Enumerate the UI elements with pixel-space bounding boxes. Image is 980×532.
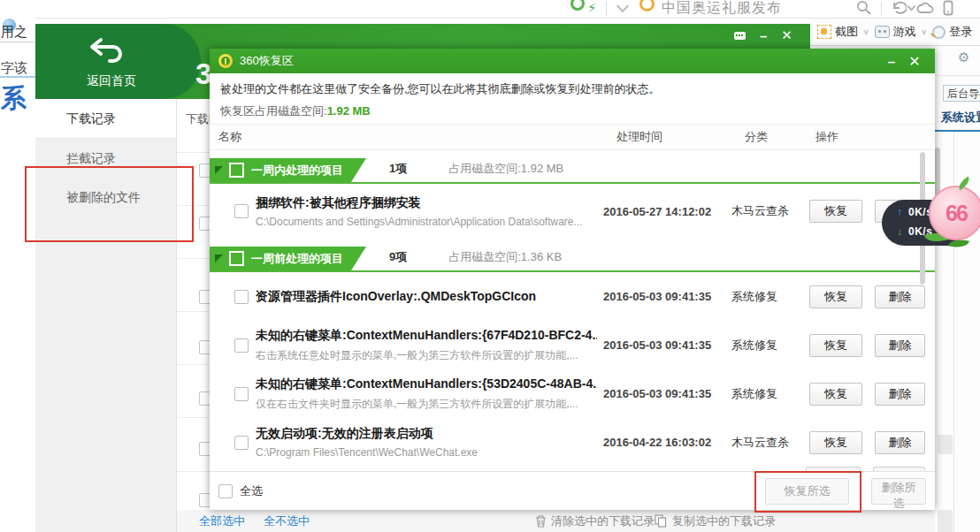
row-checkbox[interactable] — [199, 290, 210, 304]
group-ribbon[interactable]: 一周内处理的项目 — [210, 158, 366, 182]
text-fragment: 系 — [1, 81, 27, 117]
row-checkbox[interactable] — [234, 290, 249, 304]
disk-usage-value: 1.92 MB — [327, 104, 371, 118]
column-time: 处理时间 — [616, 129, 745, 145]
select-all-link[interactable]: 全部选中 — [199, 513, 245, 529]
item-category: 系统修复 — [725, 386, 809, 402]
item-title: 未知的右键菜单:ContextMenuHandlers:{67F4D210-BF… — [256, 328, 597, 344]
background-footer: 全部选中 全不选中 清除选中的下载记录 复制选中的下载记录 — [177, 510, 935, 532]
row-checkbox[interactable] — [199, 493, 210, 507]
undo-icon[interactable] — [891, 0, 907, 15]
item-title: 捆绑软件:被其他程序捆绑安装 — [256, 195, 597, 211]
recovery-item-row: 无效启动项:无效的注册表启动项 C:\Program Files\Tencent… — [210, 418, 935, 467]
system-settings-link[interactable]: 系统设置 — [941, 110, 980, 125]
refresh-icon[interactable] — [570, 0, 585, 11]
upload-arrow-icon: ↑ — [897, 206, 902, 218]
row-checkbox[interactable] — [234, 338, 249, 353]
group-checkbox[interactable] — [229, 251, 244, 266]
restore-button[interactable]: 恢复 — [809, 334, 862, 357]
column-name: 名称 — [210, 129, 616, 145]
back-arrow-icon — [87, 33, 126, 68]
expand-triangle-icon[interactable] — [215, 166, 223, 174]
delete-button[interactable]: 删除 — [875, 334, 925, 357]
login-button[interactable]: 登录 — [949, 24, 972, 40]
divider — [935, 130, 980, 132]
group-checkbox[interactable] — [229, 163, 244, 178]
feedback-icon[interactable] — [734, 32, 746, 40]
dialog-close-button[interactable]: ✕ — [903, 53, 926, 70]
row-checkbox[interactable] — [234, 204, 249, 218]
undo-dropdown-icon[interactable] — [907, 3, 916, 11]
screenshot-icon — [817, 25, 831, 39]
background-export-button[interactable]: 后台导出 — [943, 85, 980, 102]
item-time: 2016-05-03 09:41:35 — [597, 338, 725, 352]
close-button[interactable]: ✕ — [781, 27, 792, 43]
sidebar-item-download-records[interactable]: 下载记录 — [35, 99, 176, 139]
delete-button[interactable]: 删除 — [875, 383, 925, 406]
select-all-label[interactable]: 全选 — [240, 483, 765, 499]
item-path: C:\Program Files\Tencent\WeChat\WeChat.e… — [256, 446, 597, 459]
disk-usage-line: 恢复区占用磁盘空间:1.92 MB — [220, 103, 924, 119]
row-checkbox[interactable] — [199, 217, 210, 231]
row-checkbox[interactable] — [199, 442, 210, 456]
row-checkbox[interactable] — [199, 163, 210, 178]
lightning-icon[interactable]: ⚡ — [587, 0, 597, 16]
row-checkbox[interactable] — [234, 436, 249, 450]
item-time: 2016-05-27 14:12:02 — [597, 205, 725, 218]
dialog-minimize-button[interactable]: – — [880, 54, 903, 69]
disk-usage-label: 恢复区占用磁盘空间: — [220, 104, 327, 118]
games-button[interactable]: 游戏 — [893, 24, 916, 40]
search-icon[interactable] — [856, 0, 871, 15]
recovery-dialog: 360恢复区 – ✕ 被处理的文件都在这里做了安全备份,您可以在此将其彻底删除或… — [210, 49, 935, 510]
group-header-week-inside: 一周内处理的项目 1项 占用磁盘空间:1.92 MB — [210, 150, 935, 184]
row-checkbox[interactable] — [234, 387, 249, 401]
item-category: 木马云查杀 — [725, 203, 809, 219]
delete-button[interactable]: 删除 — [875, 431, 925, 454]
address-bar-text[interactable]: 中国奥运礼服发布 — [662, 0, 782, 18]
group-count: 1项 — [389, 161, 407, 177]
chevron-down-icon[interactable] — [616, 0, 629, 12]
item-time: 2016-05-03 09:41:35 — [597, 290, 725, 303]
restore-button[interactable]: 恢复 — [809, 383, 862, 406]
group-size: 占用磁盘空间:1.92 MB — [448, 161, 563, 177]
text-fragment: 用之 — [1, 24, 27, 41]
sidebar-item-block-records[interactable]: 拦截记录 — [35, 139, 176, 178]
back-home-button[interactable]: 返回首页 — [35, 24, 201, 99]
chevron-down-icon[interactable]: ∨ — [863, 27, 869, 36]
column-header-fragment: 下载时间 — [186, 111, 210, 127]
clear-selected-downloads[interactable]: 清除选中的下载记录 — [551, 513, 655, 529]
item-path: C:\Documents and Settings\Administrator\… — [256, 216, 597, 228]
mobile-icon[interactable] — [943, 0, 953, 16]
item-time: 2016-04-22 16:03:02 — [597, 436, 725, 449]
chevron-down-icon[interactable]: ∨ — [922, 27, 928, 36]
restore-selected-button[interactable]: 恢复所选 — [765, 478, 849, 505]
delete-button[interactable]: 删除 — [875, 285, 925, 308]
cloud-icon[interactable] — [916, 1, 936, 15]
item-category: 木马云查杀 — [725, 435, 809, 451]
group-label: 一周内处理的项目 — [251, 163, 343, 179]
copy-selected-downloads[interactable]: 复制选中的下载记录 — [672, 513, 776, 529]
row-checkbox[interactable] — [199, 340, 210, 354]
gear-icon[interactable]: ⚙ — [958, 49, 969, 65]
row-checkbox[interactable] — [199, 391, 210, 406]
restore-button[interactable]: 恢复 — [809, 200, 862, 223]
background-list-column: 下载时间 — [177, 99, 210, 510]
column-operation: 操作 — [815, 129, 935, 145]
description-text: 被处理的文件都在这里做了安全备份,您可以在此将其彻底删除或恢复到处理前的状态。 — [220, 81, 924, 97]
select-none-link[interactable]: 全不选中 — [264, 513, 310, 529]
delete-selected-button[interactable]: 删除所选 — [871, 478, 926, 505]
sidebar-item-deleted-files[interactable]: 被删除的文件 — [35, 178, 176, 217]
copy-icon[interactable] — [655, 514, 667, 528]
group-ribbon[interactable]: 一周前处理的项目 — [210, 247, 366, 270]
column-category: 分类 — [745, 129, 815, 145]
trash-icon[interactable] — [535, 514, 547, 528]
back-home-label: 返回首页 — [87, 73, 136, 89]
screenshot-button[interactable]: 截图 — [835, 24, 858, 40]
restore-button[interactable]: 恢复 — [809, 285, 862, 308]
accelerator-ball[interactable]: 66 — [929, 186, 980, 240]
restore-button[interactable]: 恢复 — [809, 431, 862, 454]
expand-triangle-icon[interactable] — [215, 255, 223, 262]
panel-fragment — [938, 510, 953, 532]
select-all-checkbox[interactable] — [218, 484, 233, 498]
minimize-button[interactable]: – — [760, 28, 767, 43]
